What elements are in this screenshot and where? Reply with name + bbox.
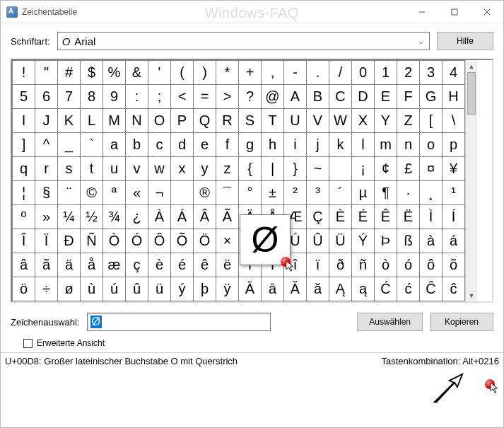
character-cell[interactable]: õ: [443, 253, 465, 277]
character-cell[interactable]: È: [329, 205, 352, 229]
character-cell[interactable]: £: [397, 157, 420, 181]
character-cell[interactable]: G: [420, 85, 443, 109]
character-cell[interactable]: ²: [284, 181, 307, 205]
character-cell[interactable]: Ü: [329, 229, 352, 253]
character-cell[interactable]: ´: [329, 181, 352, 205]
character-cell[interactable]: ½: [81, 205, 103, 229]
character-cell[interactable]: µ: [352, 181, 375, 205]
character-cell[interactable]: J: [35, 109, 58, 133]
character-cell[interactable]: j: [307, 133, 329, 157]
character-cell[interactable]: o: [420, 133, 443, 157]
character-cell[interactable]: D: [352, 85, 375, 109]
character-cell[interactable]: ¹: [443, 181, 465, 205]
character-cell[interactable]: ¯: [216, 181, 239, 205]
character-cell[interactable]: w: [148, 157, 171, 181]
character-cell[interactable]: ¦: [13, 181, 35, 205]
character-cell[interactable]: }: [284, 157, 307, 181]
character-cell[interactable]: .: [307, 61, 329, 85]
scroll-thumb[interactable]: [467, 72, 476, 115]
character-cell[interactable]: v: [126, 157, 148, 181]
character-cell[interactable]: ÷: [35, 277, 58, 301]
close-button[interactable]: [471, 1, 503, 23]
character-cell[interactable]: Ý: [352, 229, 375, 253]
character-cell[interactable]: [: [420, 109, 443, 133]
character-cell[interactable]: ø: [58, 277, 81, 301]
character-cell[interactable]: ¶: [375, 181, 397, 205]
character-cell[interactable]: Î: [13, 229, 35, 253]
character-cell[interactable]: m: [375, 133, 397, 157]
character-cell[interactable]: ă: [307, 277, 329, 301]
character-cell[interactable]: ¢: [375, 157, 397, 181]
character-cell[interactable]: T: [262, 109, 284, 133]
character-cell[interactable]: P: [171, 109, 194, 133]
character-cell[interactable]: ¥: [443, 157, 465, 181]
character-cell[interactable]: Û: [307, 229, 329, 253]
character-cell[interactable]: Þ: [375, 229, 397, 253]
character-cell[interactable]: ã: [35, 253, 58, 277]
character-cell[interactable]: Z: [397, 109, 420, 133]
character-cell[interactable]: ù: [81, 277, 103, 301]
character-cell[interactable]: @: [262, 85, 284, 109]
character-cell[interactable]: b: [126, 133, 148, 157]
minimize-button[interactable]: [406, 1, 438, 23]
character-cell[interactable]: ,: [262, 61, 284, 85]
character-cell[interactable]: {: [239, 157, 262, 181]
character-cell[interactable]: Y: [375, 109, 397, 133]
character-cell[interactable]: z: [216, 157, 239, 181]
character-cell[interactable]: p: [443, 133, 465, 157]
character-cell[interactable]: Â: [194, 205, 216, 229]
character-cell[interactable]: ö: [13, 277, 35, 301]
character-cell[interactable]: H: [443, 85, 465, 109]
character-cell[interactable]: %: [103, 61, 126, 85]
character-cell[interactable]: #: [58, 61, 81, 85]
character-cell[interactable]: ¸: [420, 181, 443, 205]
character-cell[interactable]: +: [239, 61, 262, 85]
character-cell[interactable]: Ï: [35, 229, 58, 253]
character-cell[interactable]: c: [148, 133, 171, 157]
character-cell[interactable]: 8: [81, 85, 103, 109]
scroll-down-button[interactable]: ▼: [466, 289, 477, 301]
character-cell[interactable]: Ì: [420, 205, 443, 229]
character-cell[interactable]: W: [329, 109, 352, 133]
character-cell[interactable]: 6: [35, 85, 58, 109]
character-cell[interactable]: X: [352, 109, 375, 133]
character-cell[interactable]: ý: [171, 277, 194, 301]
character-cell[interactable]: ê: [194, 253, 216, 277]
character-cell[interactable]: L: [81, 109, 103, 133]
character-cell[interactable]: ¤: [420, 157, 443, 181]
character-cell[interactable]: ç: [126, 253, 148, 277]
character-cell[interactable]: Ë: [397, 205, 420, 229]
character-cell[interactable]: Ò: [103, 229, 126, 253]
character-cell[interactable]: A: [284, 85, 307, 109]
character-cell[interactable]: y: [194, 157, 216, 181]
character-cell[interactable]: f: [216, 133, 239, 157]
character-cell[interactable]: [329, 157, 352, 181]
character-cell[interactable]: `: [81, 133, 103, 157]
character-cell[interactable]: (: [171, 61, 194, 85]
character-cell[interactable]: ?: [239, 85, 262, 109]
character-cell[interactable]: &: [126, 61, 148, 85]
character-cell[interactable]: l: [352, 133, 375, 157]
character-cell[interactable]: ³: [307, 181, 329, 205]
character-cell[interactable]: â: [13, 253, 35, 277]
character-cell[interactable]: Á: [171, 205, 194, 229]
character-cell[interactable]: =: [194, 85, 216, 109]
character-cell[interactable]: Q: [194, 109, 216, 133]
character-cell[interactable]: ð: [329, 253, 352, 277]
character-cell[interactable]: ú: [103, 277, 126, 301]
character-cell[interactable]: ): [194, 61, 216, 85]
copy-button[interactable]: Kopieren: [430, 313, 493, 331]
character-cell[interactable]: Ô: [148, 229, 171, 253]
character-cell[interactable]: °: [239, 181, 262, 205]
character-cell[interactable]: *: [216, 61, 239, 85]
character-cell[interactable]: ï: [307, 253, 329, 277]
selection-input[interactable]: Ø: [87, 313, 271, 331]
character-cell[interactable]: ·: [397, 181, 420, 205]
character-cell[interactable]: ~: [307, 157, 329, 181]
character-cell[interactable]: ¡: [352, 157, 375, 181]
character-cell[interactable]: ¿: [126, 205, 148, 229]
scroll-track[interactable]: [466, 72, 477, 289]
character-cell[interactable]: x: [171, 157, 194, 181]
character-cell[interactable]: ā: [262, 277, 284, 301]
character-cell[interactable]: ü: [148, 277, 171, 301]
